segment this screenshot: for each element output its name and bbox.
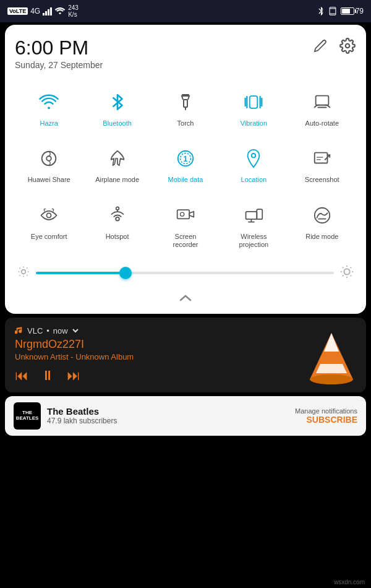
- vlc-subtitle: Unknown Artist - Unknown Album: [15, 352, 299, 361]
- torch-icon: [172, 89, 199, 116]
- ride-mode-icon: [309, 202, 336, 229]
- edit-button[interactable]: [312, 37, 329, 54]
- svg-point-13: [42, 152, 56, 166]
- vlc-expand-icon[interactable]: [72, 327, 79, 334]
- header-icons: [312, 37, 356, 54]
- tile-bluetooth[interactable]: Bluetooth: [83, 82, 151, 134]
- screen-recorder-icon: [172, 202, 199, 229]
- subscribe-button[interactable]: SUBSCRIBE: [295, 415, 357, 425]
- tile-screenshot[interactable]: Screenshot: [288, 139, 356, 190]
- vlc-prev-button[interactable]: ⏮: [15, 368, 28, 384]
- vlc-cone: [307, 330, 356, 379]
- beatles-channel-name: The Beatles: [47, 406, 289, 417]
- svg-rect-28: [246, 211, 257, 218]
- svg-line-46: [343, 267, 343, 268]
- tile-vibration[interactable]: Vibration: [220, 82, 288, 134]
- tile-torch-label: Torch: [177, 119, 194, 128]
- bluetooth-icon: [104, 89, 131, 116]
- battery-status: 79: [341, 7, 364, 15]
- vlc-header: VLC • now: [15, 326, 299, 335]
- wifi-status-icon: [54, 7, 66, 15]
- vlc-next-button[interactable]: ⏭: [67, 368, 80, 384]
- huawei-share-icon: [35, 145, 62, 172]
- svg-line-42: [27, 267, 27, 268]
- tile-hotspot[interactable]: Hotspot: [83, 196, 151, 255]
- svg-line-41: [20, 275, 20, 275]
- beatles-subscribers: 47.9 lakh subscribers: [47, 417, 289, 425]
- airplane-icon: [104, 145, 131, 172]
- svg-point-32: [315, 207, 330, 222]
- vlc-controls: ⏮ ⏸ ⏭: [15, 368, 299, 384]
- brightness-low-icon: [17, 266, 30, 281]
- svg-line-38: [27, 275, 27, 275]
- tile-vibration-label: Vibration: [241, 119, 267, 128]
- tile-airplane-label: Airplane mode: [95, 176, 139, 184]
- tile-wifi-label: Hazra: [40, 119, 58, 128]
- svg-line-51: [351, 267, 351, 268]
- chevron-row[interactable]: [15, 292, 356, 304]
- network-type: 4G: [30, 7, 40, 15]
- vlc-text: VLC • now NrgmdOz227I Unknown Artist - U…: [15, 326, 299, 384]
- tile-wifi[interactable]: Hazra: [15, 82, 83, 134]
- svg-point-27: [181, 212, 184, 216]
- svg-marker-55: [316, 364, 347, 373]
- svg-marker-53: [324, 333, 339, 352]
- location-icon: [240, 145, 267, 172]
- tile-screenshot-label: Screenshot: [305, 176, 339, 184]
- tile-mobile-data[interactable]: 1 Mobile data: [151, 139, 220, 190]
- panel-header: 6:00 PM Sunday, 27 September: [15, 37, 356, 70]
- svg-rect-12: [315, 96, 328, 105]
- volte-badge: VoLTE: [7, 7, 28, 15]
- svg-line-50: [343, 275, 343, 276]
- phone-status-icon: [328, 6, 337, 16]
- status-right: 79: [317, 6, 364, 16]
- beatles-logo-text: THEBEATLES: [16, 410, 39, 422]
- svg-point-18: [252, 153, 256, 158]
- watermark: wsxdn.com: [334, 579, 365, 586]
- tile-wireless-projection-label: Wireless projection: [239, 233, 269, 249]
- signal-bars: [43, 7, 52, 15]
- svg-text:1: 1: [184, 155, 188, 163]
- beatles-right: Manage notifications SUBSCRIBE: [295, 407, 357, 425]
- settings-button[interactable]: [339, 37, 356, 54]
- eye-comfort-icon: [35, 202, 62, 229]
- tile-ride-mode-label: Ride mode: [305, 233, 338, 241]
- screenshot-icon: [309, 145, 336, 172]
- tile-eye-comfort[interactable]: Eye comfort: [15, 196, 83, 255]
- svg-rect-7: [250, 96, 257, 108]
- hotspot-icon: [104, 202, 131, 229]
- brightness-high-icon: [340, 265, 354, 282]
- beatles-info: The Beatles 47.9 lakh subscribers: [47, 406, 289, 425]
- wifi-icon: [35, 89, 62, 116]
- svg-point-14: [46, 157, 51, 162]
- tile-huawei-share[interactable]: Huawei Share: [15, 139, 83, 190]
- tile-location[interactable]: Location: [220, 139, 288, 190]
- tile-torch[interactable]: Torch: [151, 82, 220, 134]
- manage-notifications-text: Manage notifications: [295, 407, 357, 415]
- tile-screen-recorder[interactable]: Screen recorder: [151, 196, 220, 255]
- brightness-slider[interactable]: [36, 272, 334, 274]
- svg-point-22: [47, 213, 51, 217]
- status-left: VoLTE 4G 243 K/s: [7, 4, 79, 18]
- vlc-app-name: VLC: [27, 326, 43, 335]
- vlc-pause-button[interactable]: ⏸: [41, 368, 54, 384]
- tile-wireless-projection[interactable]: Wireless projection: [220, 196, 288, 255]
- music-note-icon: [15, 326, 23, 335]
- bluetooth-status-icon: [317, 6, 325, 16]
- svg-rect-19: [315, 153, 328, 163]
- svg-rect-29: [257, 209, 263, 219]
- svg-rect-4: [184, 100, 187, 107]
- tile-autorotate[interactable]: Auto-rotate: [288, 82, 356, 134]
- current-date: Sunday, 27 September: [15, 60, 103, 70]
- vibration-icon: [240, 89, 267, 116]
- svg-rect-26: [177, 210, 190, 218]
- tile-location-label: Location: [241, 176, 267, 184]
- tile-ride-mode[interactable]: Ride mode: [288, 196, 356, 255]
- tile-bluetooth-label: Bluetooth: [103, 119, 131, 128]
- tile-mobile-data-label: Mobile data: [168, 176, 203, 184]
- vlc-title: NrgmdOz227I: [15, 338, 299, 351]
- speed-indicator: 243 K/s: [68, 4, 79, 18]
- tile-airplane[interactable]: Airplane mode: [83, 139, 151, 190]
- current-time: 6:00 PM: [15, 37, 103, 59]
- tile-screen-recorder-label: Screen recorder: [173, 233, 198, 249]
